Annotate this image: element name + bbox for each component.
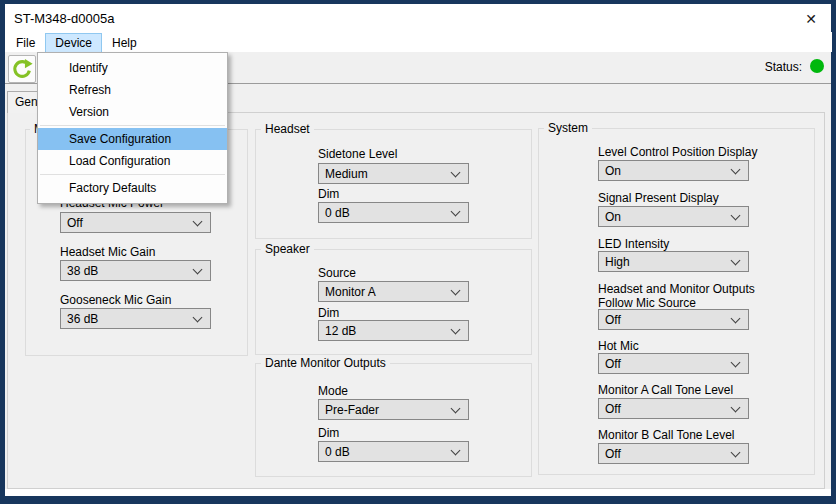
- menu-file[interactable]: File: [6, 33, 45, 53]
- speaker-source-label: Source: [318, 266, 356, 280]
- headset-mic-gain-select[interactable]: 38 dB: [60, 260, 211, 281]
- speaker-source-value: Monitor A: [325, 285, 376, 299]
- headset-mic-power-select[interactable]: Off: [60, 212, 211, 233]
- headset-monitor-follow-mic-value: Off: [605, 313, 621, 327]
- monitor-b-call-tone-level-value: Off: [605, 447, 621, 461]
- sidetone-level-select[interactable]: Medium: [318, 163, 469, 184]
- close-icon: ✕: [805, 11, 817, 27]
- signal-present-display-label: Signal Present Display: [598, 191, 719, 205]
- dante-mode-label: Mode: [318, 384, 348, 398]
- chevron-down-icon: [451, 325, 461, 335]
- status-label: Status:: [752, 60, 802, 74]
- chevron-down-icon: [731, 211, 741, 221]
- headset-mic-gain-label: Headset Mic Gain: [60, 245, 155, 259]
- menu-separator: [40, 174, 225, 175]
- menu-item-identify[interactable]: Identify: [38, 57, 227, 79]
- group-headset-title: Headset: [261, 122, 314, 136]
- menu-help[interactable]: Help: [102, 33, 147, 53]
- monitor-b-call-tone-level-label: Monitor B Call Tone Level: [598, 428, 735, 442]
- group-dante-title: Dante Monitor Outputs: [261, 356, 390, 370]
- gooseneck-mic-gain-label: Gooseneck Mic Gain: [60, 293, 171, 307]
- menu-bar: File Device Help: [5, 32, 832, 52]
- menu-device[interactable]: Device: [45, 33, 102, 53]
- dante-dim-select[interactable]: 0 dB: [318, 441, 469, 462]
- dante-mode-select[interactable]: Pre-Fader: [318, 399, 469, 420]
- headset-monitor-follow-mic-label: Headset and Monitor Outputs Follow Mic S…: [598, 282, 778, 310]
- level-control-position-display-select[interactable]: On: [598, 160, 749, 181]
- refresh-button[interactable]: [8, 55, 36, 83]
- hot-mic-label: Hot Mic: [598, 339, 639, 353]
- close-button[interactable]: ✕: [799, 8, 823, 30]
- monitor-a-call-tone-level-value: Off: [605, 402, 621, 416]
- chevron-down-icon: [731, 358, 741, 368]
- monitor-a-call-tone-level-select[interactable]: Off: [598, 398, 749, 419]
- app-window: ST-M348-d0005a ✕ File Device Help Status…: [0, 0, 836, 504]
- dante-mode-value: Pre-Fader: [325, 403, 379, 417]
- level-control-position-display-label: Level Control Position Display: [598, 145, 757, 159]
- menu-item-refresh[interactable]: Refresh: [38, 79, 227, 101]
- menu-item-load-configuration[interactable]: Load Configuration: [38, 150, 227, 172]
- monitor-a-call-tone-level-label: Monitor A Call Tone Level: [598, 383, 733, 397]
- chevron-down-icon: [451, 446, 461, 456]
- level-control-position-display-value: On: [605, 164, 621, 178]
- led-intensity-select[interactable]: High: [598, 251, 749, 272]
- window-inner-margin: [5, 489, 831, 496]
- headset-dim-select[interactable]: 0 dB: [318, 202, 469, 223]
- monitor-b-call-tone-level-select[interactable]: Off: [598, 443, 749, 464]
- chevron-down-icon: [193, 313, 203, 323]
- menu-separator: [40, 125, 225, 126]
- signal-present-display-value: On: [605, 210, 621, 224]
- device-menu: Identify Refresh Version Save Configurat…: [37, 52, 228, 204]
- gooseneck-mic-gain-value: 36 dB: [67, 312, 98, 326]
- led-intensity-label: LED Intensity: [598, 237, 669, 251]
- chevron-down-icon: [451, 404, 461, 414]
- hot-mic-value: Off: [605, 357, 621, 371]
- headset-dim-value: 0 dB: [325, 206, 350, 220]
- headset-mic-power-value: Off: [67, 216, 83, 230]
- group-speaker-title: Speaker: [261, 242, 314, 256]
- refresh-icon: [11, 58, 33, 80]
- menu-item-factory-defaults[interactable]: Factory Defaults: [38, 177, 227, 199]
- group-system-title: System: [544, 121, 592, 135]
- status-indicator: [810, 59, 824, 73]
- menu-item-version[interactable]: Version: [38, 101, 227, 123]
- chevron-down-icon: [731, 165, 741, 175]
- hot-mic-select[interactable]: Off: [598, 353, 749, 374]
- window-title: ST-M348-d0005a: [14, 11, 114, 26]
- chevron-down-icon: [731, 448, 741, 458]
- chevron-down-icon: [451, 286, 461, 296]
- chevron-down-icon: [193, 217, 203, 227]
- headset-mic-gain-value: 38 dB: [67, 264, 98, 278]
- dante-dim-value: 0 dB: [325, 445, 350, 459]
- dante-dim-label: Dim: [318, 426, 339, 440]
- chevron-down-icon: [193, 265, 203, 275]
- title-bar: ST-M348-d0005a ✕: [5, 4, 831, 32]
- headset-monitor-follow-mic-select[interactable]: Off: [598, 309, 749, 330]
- speaker-dim-select[interactable]: 12 dB: [318, 320, 469, 341]
- chevron-down-icon: [731, 256, 741, 266]
- signal-present-display-select[interactable]: On: [598, 206, 749, 227]
- led-intensity-value: High: [605, 255, 630, 269]
- chevron-down-icon: [731, 403, 741, 413]
- speaker-dim-label: Dim: [318, 306, 339, 320]
- sidetone-level-label: Sidetone Level: [318, 147, 397, 161]
- sidetone-level-value: Medium: [325, 167, 368, 181]
- menu-item-save-configuration[interactable]: Save Configuration: [38, 128, 227, 150]
- gooseneck-mic-gain-select[interactable]: 36 dB: [60, 308, 211, 329]
- headset-dim-label: Dim: [318, 187, 339, 201]
- chevron-down-icon: [731, 314, 741, 324]
- speaker-dim-value: 12 dB: [325, 324, 356, 338]
- chevron-down-icon: [451, 168, 461, 178]
- speaker-source-select[interactable]: Monitor A: [318, 281, 469, 302]
- chevron-down-icon: [451, 207, 461, 217]
